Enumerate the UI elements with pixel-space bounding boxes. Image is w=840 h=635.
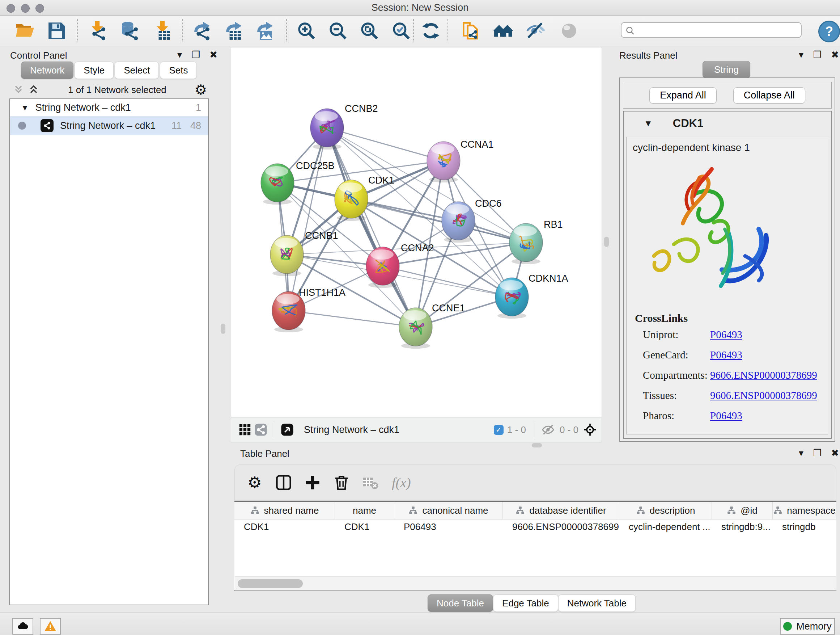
network-node-HIST1H1A[interactable]: HIST1H1A — [272, 287, 346, 333]
column-header-database-identifier[interactable]: database identifier — [503, 502, 619, 519]
panel-float-icon[interactable]: ❐ — [813, 448, 821, 459]
network-node-CCNA1[interactable]: CCNA1 — [427, 139, 494, 182]
function-builder-icon: f(x) — [392, 475, 411, 491]
cloud-status-button[interactable] — [12, 618, 33, 635]
column-header-namespace[interactable]: namespace — [773, 502, 836, 519]
crosslink-link[interactable]: P06493 — [710, 349, 742, 361]
cdk1-collapse-icon[interactable]: ▼ — [644, 119, 653, 128]
column-header-canonical-name[interactable]: canonical name — [394, 502, 503, 519]
help-button[interactable]: ? — [818, 21, 840, 42]
fit-selected-crosshair-icon[interactable] — [582, 422, 598, 438]
right-splitter-grip[interactable] — [604, 237, 609, 247]
delete-column-icon[interactable] — [332, 473, 351, 492]
network-canvas[interactable]: CCNB2CCNA1CDC25BCDK1CDC6RB1CCNB1CCNA2CDK… — [231, 47, 602, 417]
table-horizontal-scrollbar[interactable] — [235, 576, 836, 591]
network-options-gear-icon[interactable]: ⚙ — [195, 83, 207, 97]
column-header-name[interactable]: name — [335, 502, 394, 519]
zoom-in-icon[interactable] — [296, 20, 317, 41]
tab-string[interactable]: String — [703, 61, 750, 78]
network-node-RB1[interactable]: RB1 — [509, 219, 563, 264]
network-collection-row[interactable]: ▼ String Network – cdk1 1 — [10, 99, 208, 116]
zoom-out-icon[interactable] — [327, 20, 348, 41]
table-cell[interactable]: P06493 — [394, 519, 503, 534]
tab-network[interactable]: Network — [21, 62, 73, 79]
network-view-icon[interactable] — [253, 422, 269, 438]
table-cell[interactable]: cyclin-dependent ... — [619, 519, 712, 534]
network-row-selected[interactable]: String Network – cdk1 11 48 — [10, 116, 208, 135]
show-panel-eye-icon[interactable] — [559, 20, 579, 41]
expand-all-icon[interactable] — [27, 84, 40, 95]
export-image-icon[interactable] — [254, 20, 275, 41]
tab-select[interactable]: Select — [115, 62, 159, 79]
selected-checkbox[interactable]: ✓ — [494, 425, 504, 435]
string-home-icon[interactable] — [493, 20, 514, 41]
network-node-CDC6[interactable]: CDC6 — [442, 198, 502, 242]
import-network-icon[interactable] — [87, 20, 108, 41]
export-network-icon[interactable] — [191, 20, 212, 41]
grid-view-icon[interactable] — [237, 422, 253, 438]
zoom-fit-icon[interactable] — [359, 20, 380, 41]
table-cell[interactable]: 9606.ENSP00000378699 — [503, 519, 619, 534]
zoom-window-icon[interactable] — [35, 4, 44, 13]
table-cell[interactable]: CDK1 — [234, 519, 335, 534]
network-node-CCNE1[interactable]: CCNE1 — [399, 302, 465, 348]
table-options-gear-icon[interactable]: ⚙ — [246, 473, 264, 492]
network-node-CDKN1A[interactable]: CDKN1A — [495, 273, 568, 318]
export-table-icon[interactable] — [223, 20, 244, 41]
table-row: CDK1CDK1P064939606.ENSP00000378699cyclin… — [234, 519, 836, 534]
panel-menu-icon[interactable]: ▾ — [177, 49, 182, 60]
column-header-shared-name[interactable]: shared name — [234, 502, 335, 519]
open-session-icon[interactable] — [14, 20, 35, 41]
node-label: RB1 — [544, 219, 563, 230]
network-node-CCNB2[interactable]: CCNB2 — [310, 103, 378, 149]
crosslink-link[interactable]: P06493 — [710, 329, 742, 340]
search-input[interactable] — [621, 22, 802, 38]
import-network-from-database-icon[interactable] — [119, 20, 141, 41]
minimize-window-icon[interactable] — [21, 4, 30, 13]
save-session-icon[interactable] — [46, 20, 67, 41]
network-node-CDK1[interactable]: CDK1 — [335, 175, 394, 221]
panel-close-icon[interactable]: ✖ — [831, 448, 839, 459]
zoom-selected-icon[interactable] — [391, 20, 412, 41]
close-window-icon[interactable] — [6, 4, 15, 13]
table-cell[interactable]: stringdb:9... — [712, 519, 773, 534]
scrollbar-thumb[interactable] — [238, 579, 303, 588]
bottom-splitter-grip[interactable] — [532, 443, 542, 448]
left-splitter-grip[interactable] — [221, 324, 225, 334]
memory-button[interactable]: Memory — [780, 618, 835, 635]
network-icon — [41, 119, 54, 132]
crosslink-link[interactable]: P06493 — [710, 410, 742, 421]
column-header-@id[interactable]: @id — [712, 502, 773, 519]
collapse-all-button[interactable]: Collapse All — [733, 87, 805, 103]
tab-network-table[interactable]: Network Table — [558, 594, 636, 612]
import-table-icon[interactable] — [152, 20, 173, 41]
network-node-CDC25B[interactable]: CDC25B — [261, 160, 335, 204]
new-network-from-file-icon[interactable] — [460, 20, 481, 41]
show-columns-icon[interactable] — [275, 473, 293, 492]
crosslink-link[interactable]: 9606.ENSP00000378699 — [710, 390, 817, 401]
tab-node-table[interactable]: Node Table — [428, 594, 493, 612]
crosslink-link[interactable]: 9606.ENSP00000378699 — [710, 369, 817, 381]
tab-edge-table[interactable]: Edge Table — [493, 594, 558, 612]
hide-panel-eye-slash-icon[interactable] — [525, 20, 546, 41]
tab-sets[interactable]: Sets — [160, 62, 197, 79]
expand-all-button[interactable]: Expand All — [649, 87, 717, 103]
hidden-eye-slash-icon[interactable] — [540, 422, 556, 438]
panel-close-icon[interactable]: ✖ — [210, 49, 218, 60]
panel-menu-icon[interactable]: ▾ — [799, 49, 804, 60]
collection-expand-icon[interactable]: ▼ — [21, 103, 29, 112]
panel-float-icon[interactable]: ❐ — [813, 49, 821, 60]
create-column-icon[interactable] — [303, 473, 322, 492]
panel-close-icon[interactable]: ✖ — [831, 49, 839, 60]
panel-menu-icon[interactable]: ▾ — [799, 448, 804, 459]
table-cell[interactable]: CDK1 — [335, 519, 394, 534]
column-header-description[interactable]: description — [619, 502, 712, 519]
panel-float-icon[interactable]: ❐ — [192, 49, 200, 60]
table-cell[interactable]: stringdb — [773, 519, 836, 534]
node-label: CCNB1 — [305, 230, 338, 241]
tab-style[interactable]: Style — [74, 62, 114, 79]
warnings-button[interactable] — [40, 618, 61, 635]
birds-eye-view-icon[interactable] — [279, 422, 295, 438]
refresh-icon[interactable] — [420, 20, 441, 41]
collapse-all-icon[interactable] — [12, 84, 25, 95]
